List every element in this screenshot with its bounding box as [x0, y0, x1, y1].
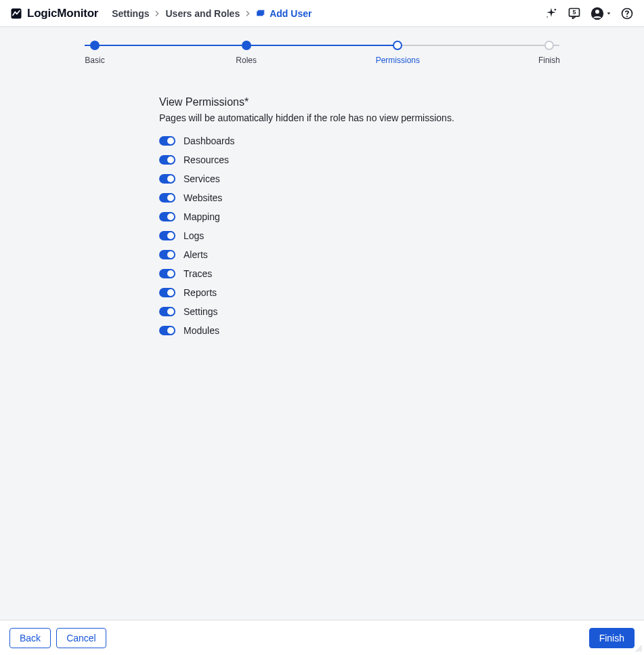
logo-icon: [9, 7, 23, 20]
toggle-settings[interactable]: [159, 307, 175, 316]
step-label: Basic: [85, 56, 104, 65]
permission-label: Services: [184, 173, 220, 184]
permissions-list: Dashboards Resources Services Websites M…: [159, 135, 488, 336]
breadcrumb: Settings Users and Roles Add User: [112, 8, 312, 19]
chevron-right-icon: [245, 9, 251, 18]
toggle-modules[interactable]: [159, 326, 175, 335]
step-roles[interactable]: Roles: [226, 41, 267, 65]
toggle-dashboards[interactable]: [159, 136, 175, 146]
permission-label: Logs: [184, 230, 204, 241]
toggle-reports[interactable]: [159, 288, 175, 297]
notifications-icon[interactable]: 5: [567, 6, 582, 21]
crumb-current-label: Add User: [270, 8, 312, 19]
cancel-button[interactable]: Cancel: [56, 628, 106, 648]
step-dot-icon: [242, 41, 251, 50]
toggle-mapping[interactable]: [159, 212, 175, 221]
permission-row-mapping: Mapping: [159, 211, 488, 222]
permission-row-services: Services: [159, 173, 488, 184]
permission-label: Dashboards: [184, 135, 235, 146]
permission-row-dashboards: Dashboards: [159, 135, 488, 146]
toggle-traces[interactable]: [159, 269, 175, 278]
brand-logo[interactable]: LogicMonitor: [9, 7, 98, 20]
crumb-current: Add User: [256, 8, 312, 19]
svg-point-3: [555, 8, 557, 9]
section-title: View Permissions*: [159, 96, 488, 108]
add-user-icon: [256, 9, 265, 18]
step-basic[interactable]: Basic: [74, 41, 115, 65]
permission-row-modules: Modules: [159, 325, 488, 336]
step-dot-icon: [90, 41, 100, 50]
toggle-logs[interactable]: [159, 231, 175, 240]
permission-label: Modules: [184, 325, 219, 336]
step-permissions[interactable]: Permissions: [377, 41, 418, 65]
app-header: LogicMonitor Settings Users and Roles Ad…: [0, 0, 644, 27]
permission-row-traces: Traces: [159, 268, 488, 279]
help-icon[interactable]: [620, 6, 635, 21]
section-description: Pages will be automatically hidden if th…: [159, 112, 488, 123]
finish-button[interactable]: Finish: [589, 628, 635, 648]
chevron-right-icon: [154, 9, 160, 18]
chevron-down-icon: [606, 11, 611, 16]
svg-point-4: [546, 16, 548, 18]
toggle-resources[interactable]: [159, 155, 175, 165]
permission-label: Mapping: [184, 211, 220, 222]
permission-row-logs: Logs: [159, 230, 488, 241]
step-dot-icon: [544, 41, 554, 50]
toggle-websites[interactable]: [159, 193, 175, 203]
step-finish[interactable]: Finish: [529, 41, 570, 65]
permission-row-websites: Websites: [159, 192, 488, 203]
back-button[interactable]: Back: [9, 628, 51, 648]
notifications-badge: 5: [567, 9, 582, 16]
header-left: LogicMonitor Settings Users and Roles Ad…: [9, 7, 312, 20]
step-label: Permissions: [376, 56, 420, 65]
permission-label: Reports: [184, 287, 217, 298]
permission-row-alerts: Alerts: [159, 249, 488, 260]
step-dot-icon: [393, 41, 402, 50]
permission-label: Settings: [184, 306, 218, 317]
permission-row-settings: Settings: [159, 306, 488, 317]
toggle-services[interactable]: [159, 174, 175, 184]
header-right: 5: [544, 6, 635, 21]
account-menu[interactable]: [590, 6, 611, 21]
sparkle-icon[interactable]: [544, 6, 559, 21]
permission-row-reports: Reports: [159, 287, 488, 298]
account-icon: [590, 6, 605, 21]
crumb-users-roles[interactable]: Users and Roles: [165, 8, 240, 19]
permission-row-resources: Resources: [159, 154, 488, 165]
permission-label: Websites: [184, 192, 222, 203]
step-label: Roles: [236, 56, 257, 65]
svg-point-7: [595, 9, 599, 14]
svg-rect-2: [258, 9, 264, 14]
brand-name: LogicMonitor: [27, 7, 98, 20]
wizard-stepper: Basic Roles Permissions Finish: [0, 27, 644, 72]
toggle-alerts[interactable]: [159, 250, 175, 259]
permission-label: Resources: [184, 154, 229, 165]
permission-label: Traces: [184, 268, 212, 279]
permission-label: Alerts: [184, 249, 208, 260]
main-content: View Permissions* Pages will be automati…: [0, 72, 488, 336]
crumb-settings[interactable]: Settings: [112, 8, 149, 19]
wizard-footer: Back Cancel Finish: [0, 620, 644, 655]
footer-left: Back Cancel: [9, 628, 106, 648]
step-label: Finish: [538, 56, 560, 65]
svg-point-9: [626, 16, 628, 17]
